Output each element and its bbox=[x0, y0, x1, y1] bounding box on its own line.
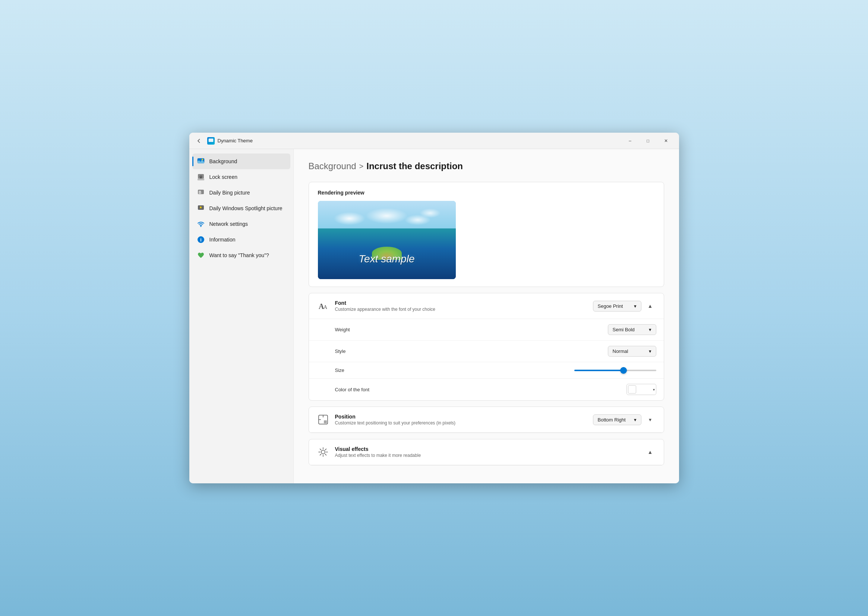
background-icon bbox=[197, 157, 205, 165]
sidebar-label-bing: Daily Bing picture bbox=[209, 190, 250, 196]
preview-image: Text sample bbox=[318, 201, 456, 279]
sidebar-item-background[interactable]: Background bbox=[192, 154, 290, 169]
bing-icon: B bbox=[197, 189, 205, 197]
svg-line-28 bbox=[325, 454, 326, 456]
position-icon bbox=[316, 413, 330, 426]
color-control: ▾ bbox=[626, 384, 656, 395]
font-dropdown-chevron: ▾ bbox=[634, 303, 637, 309]
sidebar-label-background: Background bbox=[209, 159, 237, 164]
weight-label: Weight bbox=[335, 327, 608, 332]
size-slider-container bbox=[574, 370, 656, 371]
app-icon bbox=[207, 137, 215, 145]
position-subtitle: Customize text positioning to suit your … bbox=[335, 420, 593, 426]
sidebar-label-thankyou: Want to say "Thank you"? bbox=[209, 252, 269, 258]
weight-chevron: ▾ bbox=[649, 327, 651, 332]
breadcrumb-parent[interactable]: Background bbox=[308, 161, 356, 171]
position-chevron: ▾ bbox=[634, 417, 637, 423]
position-value: Bottom Right bbox=[598, 417, 626, 423]
breadcrumb-separator: > bbox=[359, 162, 364, 171]
position-section-header[interactable]: Position Customize text positioning to s… bbox=[309, 407, 664, 433]
thankyou-icon bbox=[197, 251, 205, 259]
position-card: Position Customize text positioning to s… bbox=[308, 407, 664, 433]
font-dropdown[interactable]: Segoe Print ▾ bbox=[593, 301, 642, 311]
color-row: Color of the font ▾ bbox=[309, 379, 664, 400]
maximize-button[interactable]: □ bbox=[640, 135, 657, 147]
preview-label: Rendering preview bbox=[318, 190, 655, 196]
weight-row: Weight Semi Bold ▾ bbox=[309, 319, 664, 341]
font-card: A A Font Customize appearance with the f… bbox=[308, 293, 664, 401]
breadcrumb: Background > Incrust the description bbox=[308, 161, 664, 171]
sidebar-label-spotlight: Daily Windows Spotlight picture bbox=[209, 205, 283, 211]
style-value: Normal bbox=[613, 349, 628, 354]
visual-icon bbox=[316, 445, 330, 459]
style-dropdown[interactable]: Normal ▾ bbox=[608, 346, 656, 357]
sidebar-item-network[interactable]: Network settings bbox=[192, 216, 290, 232]
app-title: Dynamic Theme bbox=[218, 138, 622, 143]
wifi-icon bbox=[197, 220, 205, 228]
app-window: Dynamic Theme – □ ✕ Background bbox=[189, 133, 679, 483]
position-collapse-button[interactable]: ▾ bbox=[645, 414, 656, 426]
main-content: Background > Incrust the description Ren… bbox=[294, 149, 679, 483]
svg-rect-19 bbox=[324, 420, 327, 423]
font-section-header[interactable]: A A Font Customize appearance with the f… bbox=[309, 293, 664, 319]
visual-card: Visual effects Adjust text effects to ma… bbox=[308, 439, 664, 465]
window-controls: – □ ✕ bbox=[622, 135, 675, 147]
sidebar-item-lockscreen[interactable]: Lock screen bbox=[192, 169, 290, 185]
position-controls: Bottom Right ▾ ▾ bbox=[593, 414, 656, 426]
visual-collapse-button[interactable]: ▲ bbox=[645, 446, 656, 458]
close-button[interactable]: ✕ bbox=[657, 135, 675, 147]
sidebar-item-bing[interactable]: B Daily Bing picture bbox=[192, 185, 290, 201]
position-title: Position bbox=[335, 414, 593, 420]
preview-section: Rendering preview Text sample bbox=[309, 182, 664, 287]
font-controls: Segoe Print ▾ ▲ bbox=[593, 300, 656, 312]
sidebar-item-spotlight[interactable]: Daily Windows Spotlight picture bbox=[192, 201, 290, 216]
svg-point-4 bbox=[201, 159, 203, 160]
sidebar-item-information[interactable]: i Information bbox=[192, 232, 290, 247]
color-swatch bbox=[628, 385, 636, 393]
content-area: Background Lock screen B bbox=[189, 149, 679, 483]
info-icon: i bbox=[197, 236, 205, 244]
style-control: Normal ▾ bbox=[608, 346, 656, 357]
minimize-button[interactable]: – bbox=[622, 135, 639, 147]
color-picker-button[interactable]: ▾ bbox=[626, 384, 656, 395]
font-icon: A A bbox=[316, 299, 330, 313]
size-label: Size bbox=[335, 368, 574, 373]
preview-card: Rendering preview Text sample bbox=[308, 182, 664, 287]
sidebar-label-information: Information bbox=[209, 237, 236, 243]
sidebar-label-network: Network settings bbox=[209, 221, 248, 227]
svg-point-13 bbox=[200, 226, 201, 227]
svg-rect-8 bbox=[198, 179, 204, 181]
visual-title-group: Visual effects Adjust text effects to ma… bbox=[335, 446, 645, 458]
visual-controls: ▲ bbox=[645, 446, 656, 458]
color-chevron: ▾ bbox=[653, 388, 655, 392]
lockscreen-icon bbox=[197, 173, 205, 181]
weight-dropdown[interactable]: Semi Bold ▾ bbox=[608, 324, 656, 335]
titlebar: Dynamic Theme – □ ✕ bbox=[189, 133, 679, 149]
position-title-group: Position Customize text positioning to s… bbox=[335, 414, 593, 426]
svg-rect-0 bbox=[208, 138, 213, 141]
position-dropdown[interactable]: Bottom Right ▾ bbox=[593, 414, 642, 425]
style-chevron: ▾ bbox=[649, 349, 651, 354]
size-control bbox=[574, 370, 656, 371]
svg-text:i: i bbox=[200, 237, 201, 243]
weight-control: Semi Bold ▾ bbox=[608, 324, 656, 335]
svg-text:A: A bbox=[324, 305, 328, 310]
color-label: Color of the font bbox=[335, 387, 626, 393]
weight-value: Semi Bold bbox=[613, 327, 635, 332]
sidebar-item-thankyou[interactable]: Want to say "Thank you"? bbox=[192, 247, 290, 263]
font-value: Segoe Print bbox=[598, 303, 623, 309]
svg-line-27 bbox=[320, 449, 321, 450]
svg-point-22 bbox=[321, 450, 325, 454]
style-label: Style bbox=[335, 349, 608, 354]
spotlight-icon bbox=[197, 204, 205, 212]
font-title: Font bbox=[335, 300, 593, 306]
style-row: Style Normal ▾ bbox=[309, 341, 664, 362]
back-button[interactable] bbox=[194, 136, 204, 146]
svg-text:B: B bbox=[199, 190, 201, 195]
font-collapse-button[interactable]: ▲ bbox=[645, 300, 656, 312]
breadcrumb-current: Incrust the description bbox=[366, 161, 463, 171]
visual-section-header[interactable]: Visual effects Adjust text effects to ma… bbox=[309, 439, 664, 465]
svg-line-30 bbox=[320, 454, 321, 456]
size-row: Size bbox=[309, 362, 664, 379]
visual-title: Visual effects bbox=[335, 446, 645, 452]
